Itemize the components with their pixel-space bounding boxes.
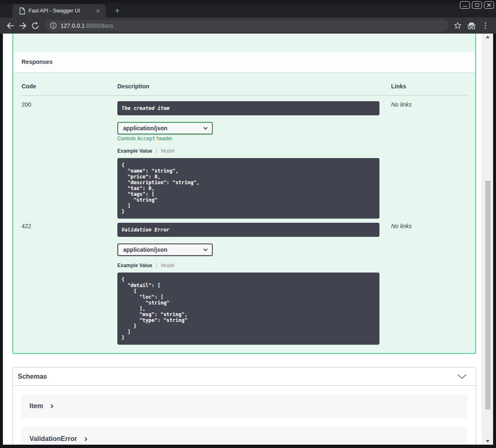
response-description-cell: The created item application/json Contro… xyxy=(117,101,391,219)
close-window-button[interactable] xyxy=(484,1,494,9)
tab-example-value[interactable]: Example Value xyxy=(117,148,152,154)
url-host: 127.0.0.1 xyxy=(61,22,85,29)
accept-note-code: Accept xyxy=(137,136,155,141)
minimize-button[interactable] xyxy=(460,1,470,9)
back-icon xyxy=(6,22,15,30)
swagger-page: Responses Code Description Links 200 The… xyxy=(3,34,482,445)
example-json-block: { "name": "string", "price": 0, "descrip… xyxy=(117,158,379,219)
url-text: 127.0.0.1:8000/docs xyxy=(61,22,113,29)
chevron-right-icon xyxy=(49,404,53,408)
bookmark-star-icon[interactable] xyxy=(454,22,462,29)
chevron-right-icon xyxy=(83,437,87,441)
example-model-tabs: Example Value Model xyxy=(117,148,391,154)
accept-note-post: header. xyxy=(157,136,173,141)
browser-menu-button[interactable] xyxy=(481,21,489,30)
tab-divider xyxy=(156,148,157,154)
response-description: The created item xyxy=(117,101,379,115)
response-code: 200 xyxy=(22,101,117,219)
column-header-code: Code xyxy=(22,80,117,96)
media-type-select[interactable]: application/json xyxy=(117,122,213,134)
tab-divider xyxy=(156,263,157,268)
tab-example-value[interactable]: Example Value xyxy=(117,263,152,268)
accept-note-pre: Controls xyxy=(117,136,136,141)
minimize-icon xyxy=(463,6,467,7)
response-description-cell: Validation Error application/json Exampl… xyxy=(117,223,391,345)
reload-button[interactable] xyxy=(29,19,41,32)
url-path: :8000/docs xyxy=(85,22,113,29)
page-icon xyxy=(19,7,25,15)
model-item[interactable]: Item xyxy=(21,394,467,418)
response-row-200: 200 The created item application/json Co… xyxy=(22,96,467,219)
media-type-value: application/json xyxy=(123,246,168,253)
tab-title: Fast API - Swagger UI xyxy=(29,8,90,14)
maximize-icon xyxy=(475,3,479,7)
close-icon xyxy=(487,3,491,7)
accept-header-note: Controls Accept header. xyxy=(117,136,391,141)
media-type-value: application/json xyxy=(123,125,168,131)
scroll-up-arrow-icon[interactable] xyxy=(486,36,489,38)
tab-close-button[interactable] xyxy=(94,7,102,15)
example-json-block: { "detail": [ { "loc": [ "string" ], "ms… xyxy=(117,273,379,345)
responses-section-header: Responses xyxy=(13,51,475,72)
column-header-description: Description xyxy=(117,80,391,96)
browser-viewport: Responses Code Description Links 200 The… xyxy=(3,34,493,445)
incognito-icon xyxy=(467,22,477,30)
chevron-down-icon xyxy=(457,374,467,379)
example-model-tabs: Example Value Model xyxy=(117,263,391,268)
responses-table: Code Description Links 200 The created i… xyxy=(13,72,475,353)
toolbar-right-icons xyxy=(454,21,489,30)
tab-model[interactable]: Model xyxy=(161,148,175,154)
schemas-title: Schemas xyxy=(18,373,47,380)
response-links: No links xyxy=(391,223,467,345)
column-header-links: Links xyxy=(391,80,467,96)
response-row-422: 422 Validation Error application/json Ex… xyxy=(22,219,467,345)
tab-model[interactable]: Model xyxy=(161,263,175,268)
responses-table-header: Code Description Links xyxy=(22,80,467,96)
schemas-body: Item ValidationError xyxy=(13,386,476,445)
new-tab-button[interactable]: + xyxy=(112,5,123,17)
schemas-section: Schemas Item ValidationError xyxy=(12,367,476,445)
model-validationerror[interactable]: ValidationError xyxy=(21,427,467,445)
tab-bar: Fast API - Swagger UI + xyxy=(0,3,496,17)
scroll-down-arrow-icon[interactable] xyxy=(486,440,489,443)
responses-title: Responses xyxy=(22,58,53,65)
media-type-select[interactable]: application/json xyxy=(117,243,213,256)
response-code: 422 xyxy=(22,223,117,345)
response-description: Validation Error xyxy=(117,223,379,237)
browser-toolbar: 127.0.0.1:8000/docs xyxy=(0,17,496,34)
opblock-responses: Responses Code Description Links 200 The… xyxy=(12,34,476,354)
url-bar[interactable]: 127.0.0.1:8000/docs xyxy=(45,20,449,32)
window-controls xyxy=(460,1,494,9)
model-name: ValidationError xyxy=(29,435,77,443)
forward-icon xyxy=(19,22,27,30)
back-button[interactable] xyxy=(4,19,17,32)
scrollbar-thumb[interactable] xyxy=(485,181,491,409)
close-icon xyxy=(96,9,100,13)
model-name: Item xyxy=(29,402,43,410)
chevron-down-icon xyxy=(204,247,208,251)
browser-tab[interactable]: Fast API - Swagger UI xyxy=(12,4,106,17)
response-links: No links xyxy=(391,101,467,219)
window-titlebar xyxy=(0,0,496,3)
forward-button[interactable] xyxy=(17,19,29,32)
schemas-header[interactable]: Schemas xyxy=(13,368,476,386)
chevron-down-icon xyxy=(204,125,208,129)
info-icon[interactable] xyxy=(50,22,57,29)
reload-icon xyxy=(31,22,39,30)
page-scrollbar[interactable] xyxy=(482,34,493,445)
maximize-button[interactable] xyxy=(472,1,482,9)
